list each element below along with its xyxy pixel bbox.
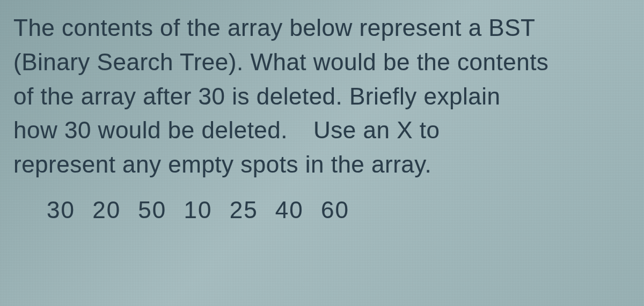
question-line-2: (Binary Search Tree). What would be the … [13, 49, 548, 75]
question-line-1: The contents of the array below represen… [13, 14, 535, 41]
question-body: The contents of the array below represen… [13, 11, 631, 182]
question-line-4a: how 30 would be deleted. [13, 117, 288, 143]
question-line-5: represent any empty spots in the array. [13, 151, 431, 177]
question-line-4b: Use an X to [313, 117, 440, 143]
bst-array-contents: 30 20 50 10 25 40 60 [13, 197, 631, 223]
question-line-3: of the array after 30 is deleted. Briefl… [13, 83, 500, 109]
